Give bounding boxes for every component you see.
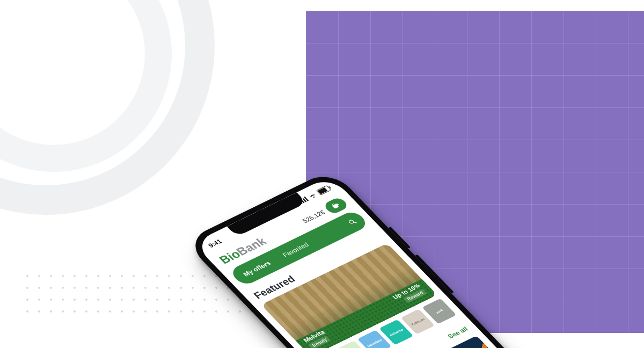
- wifi-icon: [308, 192, 318, 200]
- coffee-icon: [330, 201, 341, 210]
- search-icon: [347, 218, 358, 226]
- status-time: 9:41: [207, 238, 223, 249]
- brands-see-all[interactable]: See all: [446, 325, 470, 340]
- battery-icon: [316, 185, 332, 195]
- svg-point-0: [348, 220, 354, 224]
- svg-line-1: [354, 221, 357, 223]
- search-button[interactable]: [342, 214, 363, 229]
